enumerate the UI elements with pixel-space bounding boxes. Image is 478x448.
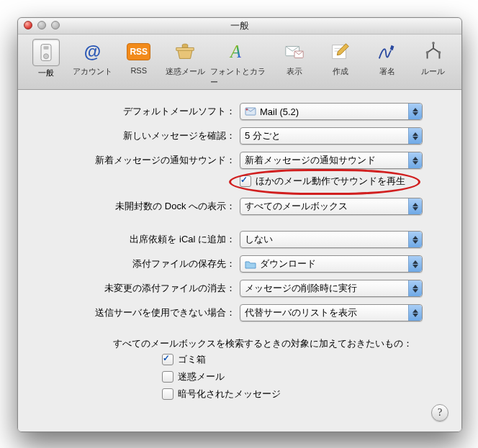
toolbar-rules[interactable]: ルール — [412, 39, 454, 77]
checkbox-label: ゴミ箱 — [178, 353, 206, 366]
mail-app-icon — [245, 106, 256, 117]
popup-value: メッセージの削除時に実行 — [245, 282, 357, 295]
toolbar-label: 迷惑メール — [166, 66, 205, 77]
rules-icon — [420, 39, 446, 65]
svg-point-11 — [438, 51, 441, 54]
search-include-trash[interactable] — [162, 354, 173, 365]
checkbox-label: 迷惑メール — [178, 370, 225, 383]
toolbar-general[interactable]: 一般 — [25, 39, 67, 78]
popup-value: しない — [245, 233, 273, 246]
window-title: 一般 — [230, 19, 249, 32]
help-button[interactable]: ? — [431, 404, 448, 421]
preferences-window: 一般 一般 @ アカウント RSS RSS 迷惑メール — [17, 17, 462, 432]
popup-arrows-icon — [408, 256, 422, 272]
minimize-button[interactable] — [37, 21, 46, 29]
label-sound: 新着メッセージの通知サウンド： — [35, 154, 240, 167]
label-downloads: 添付ファイルの保存先： — [35, 257, 240, 270]
preferences-body: デフォルトメールソフト： Mail (5.2) 新しいメッセージを確認： 5 分… — [18, 90, 461, 432]
popup-remove-unedited[interactable]: メッセージの削除時に実行 — [240, 280, 423, 297]
label-check-new: 新しいメッセージを確認： — [35, 129, 240, 142]
toolbar-label: ルール — [421, 66, 445, 77]
toolbar-fonts-colors[interactable]: A フォントとカラー — [210, 39, 269, 88]
toolbar-composing[interactable]: 作成 — [320, 39, 361, 77]
popup-downloads[interactable]: ダウンロード — [240, 255, 423, 273]
popup-value: ダウンロード — [260, 257, 316, 270]
close-button[interactable] — [24, 21, 32, 29]
popup-default-mail[interactable]: Mail (5.2) — [240, 103, 423, 120]
label-outgoing-unavail: 送信サーバを使用できない場合： — [35, 306, 240, 319]
toolbar-signatures[interactable]: 署名 — [366, 39, 407, 77]
preferences-toolbar: 一般 @ アカウント RSS RSS 迷惑メール A — [18, 35, 461, 90]
fonts-colors-icon: A — [227, 39, 253, 65]
toolbar-label: 作成 — [333, 66, 348, 77]
label-ical-invites: 出席依頼を iCal に追加： — [35, 233, 240, 246]
popup-value: 新着メッセージの通知サウンド — [245, 154, 376, 167]
composing-icon — [328, 39, 353, 65]
toolbar-label: RSS — [130, 66, 147, 75]
search-include-encrypted[interactable] — [162, 388, 173, 400]
toolbar-junk[interactable]: 迷惑メール — [164, 39, 206, 77]
rss-icon: RSS — [126, 39, 152, 65]
traffic-lights — [24, 21, 60, 29]
junk-icon — [172, 39, 198, 65]
toolbar-label: アカウント — [73, 66, 112, 77]
at-icon: @ — [79, 39, 105, 65]
popup-sound[interactable]: 新着メッセージの通知サウンド — [240, 152, 423, 169]
search-section-heading: すべてのメールボックスを検索するときの対象に加えておきたいもの： — [113, 337, 412, 350]
svg-point-10 — [426, 51, 429, 54]
popup-outgoing-unavail[interactable]: 代替サーバのリストを表示 — [240, 304, 423, 321]
toolbar-label: 署名 — [379, 66, 395, 77]
zoom-button[interactable] — [51, 21, 60, 29]
popup-arrows-icon — [408, 305, 422, 321]
search-include-junk[interactable] — [162, 371, 173, 383]
popup-value: すべてのメールボックス — [245, 200, 348, 213]
popup-arrows-icon — [408, 280, 422, 296]
checkbox-label: 暗号化されたメッセージ — [178, 388, 281, 401]
svg-rect-1 — [44, 46, 49, 49]
label-default-mail: デフォルトメールソフト： — [35, 105, 240, 118]
signatures-icon — [374, 39, 400, 65]
help-icon: ? — [438, 407, 442, 419]
folder-icon — [245, 258, 256, 270]
popup-arrows-icon — [408, 232, 422, 247]
annotation-highlight — [229, 169, 420, 195]
toolbar-label: フォントとカラー — [210, 66, 269, 88]
general-icon — [32, 39, 60, 66]
popup-arrows-icon — [408, 198, 422, 214]
svg-point-2 — [44, 54, 49, 59]
popup-check-new[interactable]: 5 分ごと — [240, 127, 423, 145]
popup-arrows-icon — [408, 152, 422, 168]
popup-value: 代替サーバのリストを表示 — [245, 306, 357, 319]
popup-dock-unread[interactable]: すべてのメールボックス — [240, 198, 423, 215]
toolbar-label: 一般 — [38, 68, 54, 78]
popup-value: 5 分ごと — [245, 129, 281, 142]
svg-text:A: A — [229, 42, 241, 61]
popup-value: Mail (5.2) — [260, 106, 299, 117]
popup-ical-invites[interactable]: しない — [240, 231, 423, 248]
toolbar-viewing[interactable]: 表示 — [274, 39, 315, 77]
toolbar-label: 表示 — [287, 66, 302, 77]
popup-arrows-icon — [408, 104, 422, 119]
label-remove-unedited: 未変更の添付ファイルの消去： — [35, 282, 240, 295]
label-dock-unread: 未開封数の Dock への表示： — [35, 200, 240, 213]
svg-point-9 — [432, 42, 435, 45]
viewing-icon — [281, 39, 307, 65]
toolbar-rss[interactable]: RSS RSS — [118, 39, 160, 75]
titlebar: 一般 — [18, 18, 461, 35]
popup-arrows-icon — [408, 128, 422, 144]
toolbar-accounts[interactable]: @ アカウント — [71, 39, 113, 77]
